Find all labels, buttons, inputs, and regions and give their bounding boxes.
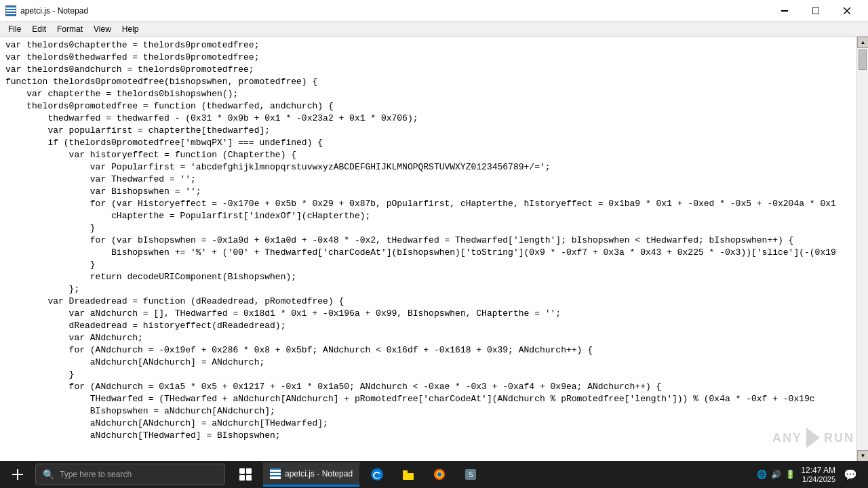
svg-rect-19 — [403, 473, 414, 480]
search-placeholder-text: Type here to search — [60, 470, 132, 479]
scroll-track[interactable] — [857, 48, 868, 450]
menu-view[interactable]: View — [88, 23, 117, 35]
window-controls — [769, 0, 863, 22]
notification-button[interactable]: 💬 — [841, 466, 860, 484]
app-icon — [5, 5, 16, 16]
code-editor[interactable]: var thelords0chapterthe = thelords0promo… — [0, 37, 856, 462]
clock-time: 12:47 AM — [801, 466, 835, 475]
svg-rect-16 — [270, 475, 281, 476]
start-button[interactable] — [3, 461, 33, 488]
battery-icon[interactable]: 🔋 — [785, 470, 795, 479]
svg-text:S: S — [469, 471, 473, 479]
files-icon-button[interactable] — [393, 461, 423, 488]
firefox-icon-button[interactable] — [425, 461, 454, 488]
maximize-button[interactable] — [800, 0, 831, 22]
close-button[interactable] — [831, 0, 863, 22]
task-view-button[interactable] — [231, 461, 260, 488]
scroll-up-button[interactable]: ▲ — [857, 37, 868, 48]
menu-help[interactable]: Help — [117, 23, 144, 35]
system-clock[interactable]: 12:47 AM 1/24/2025 — [801, 466, 835, 483]
svg-rect-6 — [812, 7, 819, 14]
network-icon[interactable]: 🌐 — [757, 470, 767, 479]
taskbar-pinned-apps: S — [362, 461, 486, 488]
svg-rect-10 — [246, 468, 252, 474]
clock-date: 1/24/2025 — [802, 475, 835, 483]
scroll-thumb[interactable] — [859, 49, 867, 70]
menu-file[interactable]: File — [3, 23, 26, 35]
svg-rect-2 — [6, 9, 16, 10]
search-icon: 🔍 — [43, 469, 54, 480]
svg-rect-5 — [781, 10, 788, 12]
svg-point-22 — [437, 472, 441, 476]
taskbar-app-label: apetci.js - Notepad — [285, 469, 353, 479]
main-window: apetci.js - Notepad File Edit Format Vie… — [0, 0, 868, 488]
taskbar-notepad-button[interactable]: apetci.js - Notepad — [263, 462, 359, 487]
taskbar-quick-icons — [231, 461, 260, 488]
volume-icon[interactable]: 🔊 — [771, 470, 781, 479]
system-tray: 🌐 🔊 🔋 — [757, 470, 795, 479]
taskbar-search-box[interactable]: 🔍 Type here to search — [35, 464, 225, 485]
editor-container: var thelords0chapterthe = thelords0promo… — [0, 37, 868, 462]
svg-rect-1 — [6, 6, 16, 7]
extra-icon-button[interactable]: S — [456, 461, 486, 488]
menu-format[interactable]: Format — [52, 23, 88, 35]
svg-rect-11 — [239, 475, 245, 481]
title-bar: apetci.js - Notepad — [0, 0, 868, 22]
svg-rect-13 — [270, 468, 281, 479]
taskbar-right-section: 🌐 🔊 🔋 12:47 AM 1/24/2025 💬 — [757, 466, 865, 484]
svg-point-17 — [371, 468, 383, 481]
svg-rect-14 — [270, 468, 281, 470]
window-title: apetci.js - Notepad — [20, 6, 769, 16]
svg-rect-9 — [239, 468, 245, 474]
windows-logo — [12, 469, 23, 480]
taskbar: 🔍 Type here to search apetci.js - Notepa… — [0, 461, 868, 488]
svg-rect-12 — [246, 475, 252, 481]
edge-icon-button[interactable] — [362, 461, 392, 488]
minimize-button[interactable] — [769, 0, 800, 22]
menu-edit[interactable]: Edit — [26, 23, 52, 35]
svg-rect-0 — [6, 6, 16, 16]
menu-bar: File Edit Format View Help — [0, 22, 868, 37]
scroll-down-button[interactable]: ▼ — [857, 450, 868, 462]
svg-rect-15 — [270, 472, 281, 473]
vertical-scrollbar[interactable]: ▲ ▼ — [856, 37, 868, 462]
svg-rect-4 — [6, 14, 16, 16]
svg-rect-3 — [6, 12, 16, 13]
